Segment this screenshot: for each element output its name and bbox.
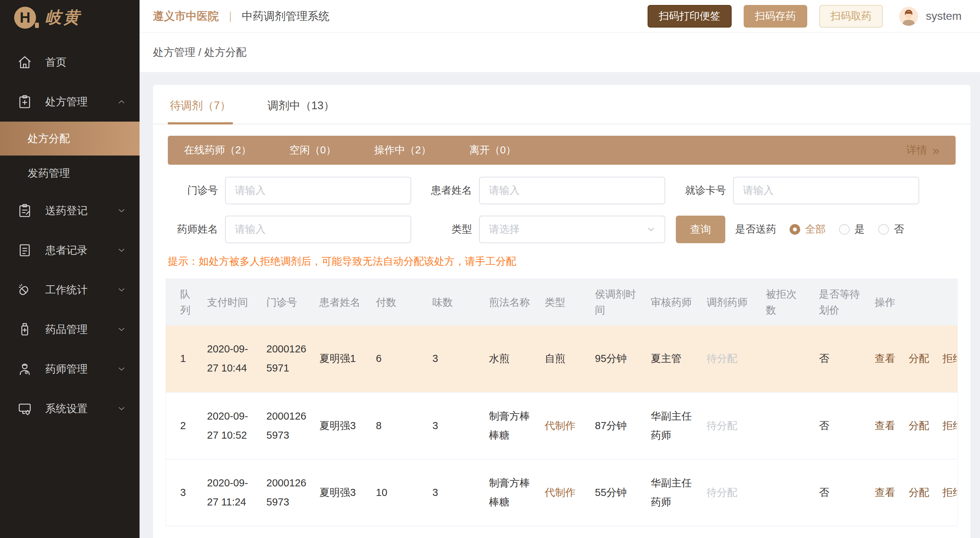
- prescription-icon: [17, 94, 32, 110]
- column-header: 类型: [536, 279, 587, 326]
- sidebar-item-delivery-register[interactable]: 送药登记: [0, 191, 140, 230]
- delivery-radio-group: 是否送药全部是否: [735, 222, 904, 236]
- scan-store-medicine-button[interactable]: 扫码存药: [744, 5, 807, 27]
- patient-name-field-label: 患者姓名: [422, 184, 472, 198]
- sidebar-item-home[interactable]: 首页: [0, 42, 140, 82]
- pharmacist-stat: 操作中（2）: [374, 143, 431, 157]
- banner-detail-link[interactable]: 详情 »: [907, 143, 939, 157]
- chevron-down-icon: [116, 324, 127, 335]
- sidebar-item-label: 工作统计: [45, 283, 88, 297]
- sidebar-item-dispense-management[interactable]: 发药管理: [0, 155, 140, 191]
- radio-label: 否: [894, 222, 904, 236]
- sidebar-item-patient-records[interactable]: 患者记录: [0, 230, 140, 270]
- sidebar-item-label: 发药管理: [27, 166, 70, 180]
- cell-herbs: 3: [424, 326, 480, 393]
- cell-herbs: 3: [424, 459, 480, 526]
- cell-method: 制膏方棒棒糖: [480, 459, 536, 526]
- column-header: 队列: [166, 279, 199, 326]
- action-link-拒绝[interactable]: 拒绝: [943, 420, 958, 431]
- tab-pending[interactable]: 待调剂（7）: [168, 85, 233, 124]
- cell-actions: 查看分配拒绝: [866, 393, 958, 459]
- delivery-label: 是否送药: [735, 222, 776, 236]
- action-link-拒绝[interactable]: 拒绝: [943, 487, 958, 498]
- cell-doses: 10: [368, 459, 424, 526]
- action-link-拒绝[interactable]: 拒绝: [943, 353, 958, 364]
- cell-patient: 夏明强1: [311, 326, 368, 393]
- column-header: 味数: [424, 279, 480, 326]
- sidebar-item-prescription-management[interactable]: 处方管理: [0, 82, 140, 121]
- sidebar-menu: 首页处方管理处方分配发药管理送药登记患者记录工作统计药品管理药师管理系统设置: [0, 35, 140, 428]
- sidebar-item-label: 药品管理: [45, 322, 88, 337]
- cell-patient: 夏明强3: [311, 459, 368, 526]
- header-actions: 扫码打印便签扫码存药扫码取药 system: [636, 5, 962, 27]
- sidebar-item-pharmacist-management[interactable]: 药师管理: [0, 349, 140, 389]
- scan-print-note-button[interactable]: 扫码打印便签: [648, 5, 732, 27]
- sidebar-item-medicine-management[interactable]: 药品管理: [0, 310, 140, 349]
- action-link-查看[interactable]: 查看: [875, 353, 895, 364]
- table-body: 12020-09-27 10:4420001265971夏明强163水煎自煎95…: [166, 326, 958, 526]
- tab-dispensing[interactable]: 调剂中（13）: [265, 85, 336, 124]
- delivery-radio-全部[interactable]: 全部: [789, 222, 826, 236]
- tab-bar: 待调剂（7）调剂中（13）: [153, 85, 970, 125]
- cell-clinic-no: 20001265971: [258, 326, 311, 393]
- type-select[interactable]: 请选择: [479, 216, 665, 243]
- column-header: 调剂药师: [698, 279, 757, 326]
- placeholder-text: 请选择: [489, 222, 520, 236]
- patient-name-field[interactable]: 请输入: [479, 177, 665, 204]
- cell-actions: 查看分配拒绝: [866, 459, 958, 526]
- radio-icon: [878, 224, 889, 235]
- logo-h-icon: H: [14, 7, 36, 29]
- delivery-register-icon: [17, 203, 32, 219]
- cell-rejects: [757, 326, 810, 393]
- cell-clinic-no: 20001265973: [258, 459, 311, 526]
- type-select-label: 类型: [422, 222, 472, 236]
- cell-waiting-price: 否: [810, 326, 866, 393]
- sidebar-item-system-settings[interactable]: 系统设置: [0, 389, 140, 428]
- cell-type: 代制作: [536, 393, 587, 459]
- filter-form: 门诊号请输入患者姓名请输入就诊卡号请输入 药师姓名请输入类型请选择查询是否送药全…: [153, 165, 970, 243]
- app-logo: H 岐黄: [0, 0, 140, 35]
- cell-dispenser: 待分配: [698, 326, 757, 393]
- cell-rejects: [757, 459, 810, 526]
- pharmacist-name-field[interactable]: 请输入: [225, 216, 411, 243]
- search-button[interactable]: 查询: [676, 216, 725, 243]
- table-header-row: 队列支付时间门诊号患者姓名付数味数煎法名称类型侯调剂时间审核药师调剂药师被拒次数…: [166, 279, 958, 326]
- username-label: system: [926, 10, 962, 22]
- action-link-查看[interactable]: 查看: [875, 487, 895, 498]
- cell-reviewer: 夏主管: [642, 326, 698, 393]
- pharmacist-stat: 离开（0）: [469, 143, 516, 157]
- visit-card-no-field[interactable]: 请输入: [733, 177, 919, 204]
- action-link-分配[interactable]: 分配: [908, 353, 929, 364]
- scan-take-medicine-button[interactable]: 扫码取药: [819, 5, 883, 27]
- table-row: 12020-09-27 10:4420001265971夏明强163水煎自煎95…: [166, 326, 958, 393]
- work-stats-icon: [17, 282, 32, 298]
- prescription-table: 队列支付时间门诊号患者姓名付数味数煎法名称类型侯调剂时间审核药师调剂药师被拒次数…: [166, 279, 958, 526]
- logo-letter: H: [20, 9, 30, 26]
- column-header: 审核药师: [642, 279, 698, 326]
- action-link-分配[interactable]: 分配: [908, 487, 929, 498]
- logo-dot: [35, 22, 39, 28]
- column-header: 支付时间: [199, 279, 258, 326]
- cell-reviewer: 华副主任药师: [642, 459, 698, 526]
- action-link-分配[interactable]: 分配: [908, 420, 929, 431]
- chevron-down-icon: [116, 245, 127, 255]
- cell-wait: 95分钟: [587, 326, 642, 393]
- cell-queue: 1: [166, 326, 199, 393]
- pharmacist-status-banner: 在线药师（2）空闲（0）操作中（2）离开（0） 详情 »: [168, 136, 956, 165]
- cell-wait: 55分钟: [587, 459, 642, 526]
- chevron-down-icon: [116, 364, 127, 374]
- hint-text: 提示：如处方被多人拒绝调剂后，可能导致无法自动分配该处方，请手工分配: [168, 254, 970, 269]
- sidebar-item-work-statistics[interactable]: 工作统计: [0, 270, 140, 310]
- cell-method: 水煎: [480, 326, 536, 393]
- clinic-no-field[interactable]: 请输入: [225, 177, 411, 204]
- patient-name-field-group: 患者姓名请输入: [422, 177, 665, 204]
- delivery-radio-是[interactable]: 是: [839, 222, 865, 236]
- action-link-查看[interactable]: 查看: [875, 420, 895, 431]
- delivery-radio-否[interactable]: 否: [878, 222, 904, 236]
- chevron-down-icon: [116, 205, 127, 216]
- radio-icon: [789, 224, 800, 235]
- cell-type: 自煎: [536, 326, 587, 393]
- user-avatar[interactable]: [899, 7, 918, 26]
- sidebar-item-prescription-allocation[interactable]: 处方分配: [0, 121, 140, 155]
- visit-card-no-field-group: 就诊卡号请输入: [676, 177, 919, 204]
